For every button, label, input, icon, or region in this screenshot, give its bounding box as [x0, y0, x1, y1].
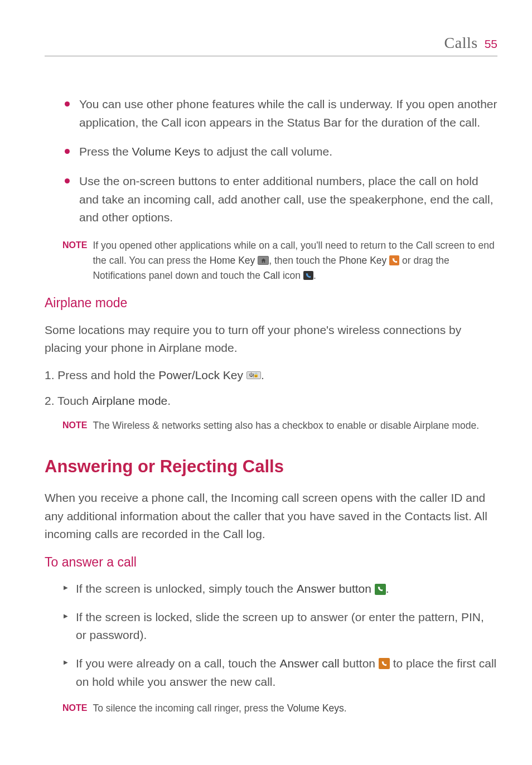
airplane-mode-label: Airplane mode [92, 394, 167, 407]
call-label: Call [263, 270, 280, 281]
note-label: NOTE [62, 238, 87, 253]
answer-call-icon [379, 658, 390, 669]
phone-key-label: Phone Key [339, 255, 387, 266]
volume-keys-label: Volume Keys [132, 145, 201, 158]
airplane-intro: Some locations may require you to turn o… [45, 321, 497, 357]
answering-intro: When you receive a phone call, the Incom… [45, 489, 497, 544]
answer-call-label: Answer call [279, 657, 339, 670]
answering-heading: Answering or Rejecting Calls [45, 453, 497, 480]
volume-keys-label: Volume Keys [287, 703, 344, 714]
answer-button-icon [375, 584, 386, 595]
feature-bullets: You can use other phone features while t… [45, 95, 497, 283]
bullet-item: Press the Volume Keys to adjust the call… [62, 143, 497, 161]
arrow-item: If the screen is unlocked, simply touch … [62, 580, 497, 598]
arrow-item: If you were already on a call, touch the… [62, 655, 497, 691]
airplane-steps: 1. Press and hold the Power/Lock Key ⏻|🔒… [45, 366, 497, 410]
step-2: 2. Touch Airplane mode. [45, 392, 497, 410]
power-lock-key-label: Power/Lock Key [158, 369, 243, 381]
answer-steps: If the screen is unlocked, simply touch … [45, 580, 497, 716]
note-body: The Wireless & networks setting also has… [93, 418, 479, 433]
step-1: 1. Press and hold the Power/Lock Key ⏻|🔒… [45, 366, 497, 385]
to-answer-heading: To answer a call [45, 553, 497, 573]
note-label: NOTE [62, 418, 87, 433]
note-label: NOTE [62, 701, 87, 715]
call-icon [303, 271, 313, 280]
airplane-mode-heading: Airplane mode [45, 293, 497, 313]
power-lock-icon: ⏻|🔒 [246, 371, 261, 379]
section-title: Calls [444, 31, 478, 55]
bullet-item: You can use other phone features while t… [62, 95, 497, 132]
home-icon [258, 256, 269, 265]
answer-button-label: Answer button [297, 582, 371, 595]
note-body: If you opened other applications while o… [93, 238, 497, 283]
bullet-item: Use the on-screen buttons to enter addit… [62, 172, 497, 227]
page-header: Calls 55 [45, 31, 497, 56]
note-call-apps: NOTE If you opened other applications wh… [62, 238, 497, 283]
note-silence: NOTE To silence the incoming call ringer… [62, 701, 497, 716]
home-key-label: Home Key [210, 255, 255, 266]
note-body: To silence the incoming call ringer, pre… [93, 701, 346, 716]
page-number: 55 [485, 35, 497, 54]
arrow-item: If the screen is locked, slide the scree… [62, 608, 497, 645]
phone-icon [389, 255, 399, 265]
note-airplane: NOTE The Wireless & networks setting als… [62, 418, 497, 433]
